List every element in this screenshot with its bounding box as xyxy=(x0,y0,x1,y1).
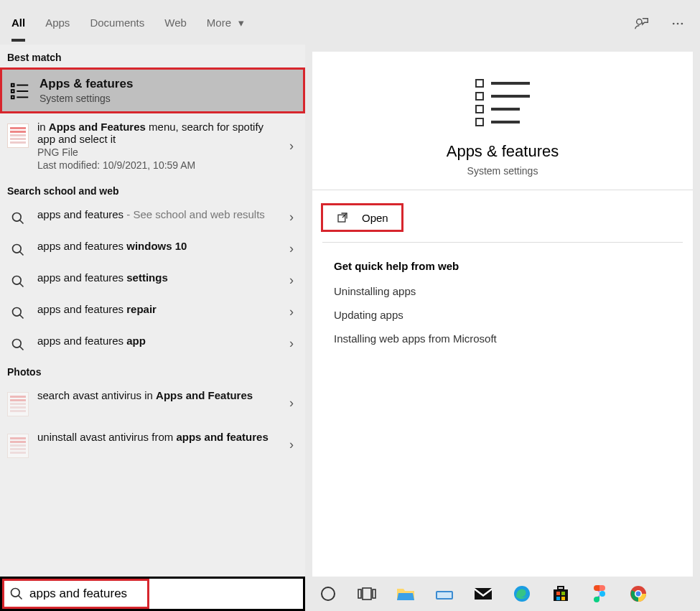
photo-thumbnail-icon xyxy=(7,389,29,416)
photo-thumbnail-icon xyxy=(7,431,29,458)
svg-rect-6 xyxy=(11,90,14,93)
cortana-icon[interactable] xyxy=(318,584,338,604)
photo-result-title: uninstall avast antivirus from apps and … xyxy=(37,431,281,443)
best-match-subtitle: System settings xyxy=(39,93,296,104)
section-photos: Photos xyxy=(0,359,305,382)
svg-point-2 xyxy=(677,23,679,25)
chevron-right-icon: › xyxy=(289,304,298,320)
best-match-result[interactable]: Apps & features System settings xyxy=(0,67,305,113)
svg-point-0 xyxy=(637,19,642,24)
svg-point-18 xyxy=(13,340,22,348)
open-label: Open xyxy=(362,212,388,224)
svg-rect-33 xyxy=(556,592,560,595)
svg-rect-35 xyxy=(556,597,560,600)
svg-rect-26 xyxy=(373,589,375,598)
chevron-down-icon: ▾ xyxy=(238,17,244,29)
file-result-type: PNG File xyxy=(37,146,281,158)
open-button[interactable]: Open xyxy=(321,203,403,232)
tab-documents[interactable]: Documents xyxy=(90,17,144,42)
keyboard-app-icon[interactable] xyxy=(434,584,454,604)
svg-line-19 xyxy=(20,347,24,350)
web-result-title: apps and features - See school and web r… xyxy=(37,208,281,220)
svg-rect-25 xyxy=(363,588,371,600)
svg-rect-29 xyxy=(475,588,492,600)
chevron-right-icon: › xyxy=(289,336,298,351)
chevron-right-icon: › xyxy=(289,241,298,256)
tab-more[interactable]: More ▾ xyxy=(207,17,244,42)
preview-title: Apps & features xyxy=(327,142,678,161)
photo-result-1[interactable]: uninstall avast antivirus from apps and … xyxy=(0,424,305,465)
help-link-install[interactable]: Installing web apps from Microsoft xyxy=(312,327,693,350)
search-icon xyxy=(7,335,29,352)
svg-line-15 xyxy=(20,284,24,287)
edge-icon[interactable] xyxy=(512,584,532,604)
svg-rect-28 xyxy=(437,592,452,598)
section-best-match: Best match xyxy=(0,45,305,67)
web-result-0[interactable]: apps and features - See school and web r… xyxy=(0,201,305,233)
svg-point-1 xyxy=(673,23,675,25)
search-top-tabs: All Apps Documents Web More ▾ xyxy=(0,0,700,45)
web-result-3[interactable]: apps and features repair › xyxy=(0,296,305,327)
svg-point-3 xyxy=(681,23,683,25)
mail-icon[interactable] xyxy=(473,584,493,604)
svg-rect-34 xyxy=(561,592,565,595)
svg-point-23 xyxy=(322,587,335,600)
chevron-right-icon: › xyxy=(289,273,298,288)
svg-line-22 xyxy=(19,596,22,600)
svg-rect-31 xyxy=(554,589,568,601)
search-box[interactable] xyxy=(0,577,305,611)
microsoft-store-icon[interactable] xyxy=(551,584,571,604)
web-result-title: apps and features windows 10 xyxy=(37,240,281,252)
svg-line-13 xyxy=(20,252,24,256)
web-result-4[interactable]: apps and features app › xyxy=(0,327,305,359)
search-icon xyxy=(9,587,24,601)
search-icon xyxy=(7,240,29,257)
file-result-modified: Last modified: 10/9/2021, 10:59 AM xyxy=(37,159,281,171)
more-options-icon[interactable] xyxy=(670,16,686,32)
tab-all[interactable]: All xyxy=(11,17,25,42)
figma-icon[interactable] xyxy=(589,584,610,604)
preview-subtitle: System settings xyxy=(327,165,678,177)
help-link-uninstall[interactable]: Uninstalling apps xyxy=(312,279,693,303)
tab-more-label: More xyxy=(207,17,231,29)
svg-point-10 xyxy=(13,213,22,222)
web-result-title: apps and features settings xyxy=(37,271,281,284)
tab-apps[interactable]: Apps xyxy=(45,17,70,42)
chevron-right-icon: › xyxy=(289,139,298,154)
search-icon xyxy=(7,271,29,289)
apps-features-hero-icon xyxy=(475,75,530,131)
file-result[interactable]: in Apps and Features menu, search for sp… xyxy=(0,113,305,178)
web-result-title: apps and features app xyxy=(37,335,281,347)
taskbar xyxy=(305,577,700,611)
web-result-title: apps and features repair xyxy=(37,303,281,315)
open-external-icon xyxy=(336,211,349,224)
help-link-update[interactable]: Updating apps xyxy=(312,303,693,327)
chevron-right-icon: › xyxy=(289,437,298,452)
apps-features-list-icon xyxy=(9,77,31,103)
photo-result-0[interactable]: search avast antivirus in Apps and Featu… xyxy=(0,382,305,424)
feedback-icon[interactable] xyxy=(634,16,650,32)
tab-web[interactable]: Web xyxy=(164,17,187,42)
svg-rect-32 xyxy=(558,587,564,589)
chevron-right-icon: › xyxy=(289,210,298,225)
photo-result-title: search avast antivirus in Apps and Featu… xyxy=(37,389,281,401)
svg-point-16 xyxy=(13,308,22,317)
svg-line-11 xyxy=(20,220,24,224)
svg-point-21 xyxy=(11,589,20,597)
search-input[interactable] xyxy=(29,587,296,601)
web-result-1[interactable]: apps and features windows 10 › xyxy=(0,233,305,264)
file-explorer-icon[interactable] xyxy=(396,584,416,604)
svg-rect-36 xyxy=(561,597,565,600)
chrome-icon[interactable] xyxy=(628,584,648,604)
results-list: Best match Apps & features System settin… xyxy=(0,45,305,577)
section-search-web: Search school and web xyxy=(0,178,305,201)
svg-point-40 xyxy=(636,592,641,597)
svg-rect-4 xyxy=(11,84,14,87)
svg-rect-24 xyxy=(358,589,361,598)
svg-point-12 xyxy=(13,245,22,253)
file-result-title: in Apps and Features menu, search for sp… xyxy=(37,121,281,145)
web-result-2[interactable]: apps and features settings › xyxy=(0,264,305,296)
task-view-icon[interactable] xyxy=(357,584,377,604)
search-icon xyxy=(7,208,29,225)
file-thumbnail-icon xyxy=(7,121,29,148)
